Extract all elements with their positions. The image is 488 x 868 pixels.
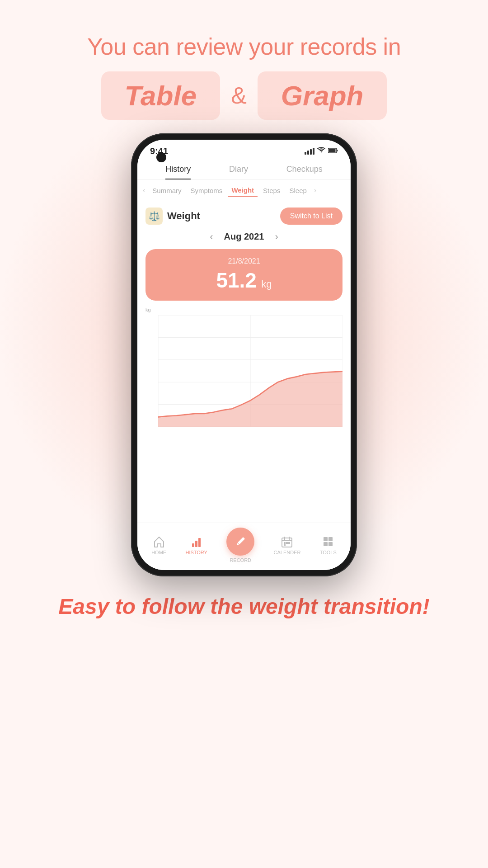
tab-diary[interactable]: Diary (229, 165, 248, 179)
svg-rect-2 (329, 149, 336, 152)
calendar-icon (281, 535, 293, 548)
top-tagline: You can review your records in (87, 32, 401, 62)
weight-title-group: ⚖️ Weight (145, 208, 200, 225)
svg-rect-31 (328, 537, 333, 541)
prev-month-arrow[interactable]: ‹ (210, 231, 213, 243)
bottom-nav: HOME HISTORY (137, 523, 351, 570)
svg-rect-26 (284, 542, 286, 544)
sub-tab-steps[interactable]: Steps (259, 185, 284, 196)
month-nav: ‹ Aug 2021 › (145, 231, 343, 243)
svg-rect-19 (192, 543, 194, 547)
nav-label-record: RECORD (230, 557, 251, 563)
date-card-unit: kg (261, 278, 272, 290)
month-label: Aug 2021 (224, 231, 264, 242)
record-icon (234, 535, 247, 548)
weight-header: ⚖️ Weight Switch to List (145, 208, 343, 225)
nav-item-calendar[interactable]: CALENDER (274, 535, 301, 555)
phone-screen: 9:41 (137, 140, 351, 570)
home-icon (153, 535, 165, 548)
camera-notch (156, 152, 166, 162)
sub-tab-right-arrow[interactable]: › (312, 186, 318, 194)
sub-tab-sleep[interactable]: Sleep (286, 185, 310, 196)
switch-to-list-button[interactable]: Switch to List (280, 208, 343, 225)
nav-label-history: HISTORY (185, 550, 207, 555)
sub-tab-weight[interactable]: Weight (228, 184, 258, 197)
phone-mockup: 9:41 (131, 133, 357, 576)
date-card-weight-row: 51.2 kg (155, 268, 333, 292)
date-card-weight: 51.2 (216, 269, 257, 292)
tools-icon (322, 535, 334, 548)
date-card: 21/8/2021 51.2 kg (145, 249, 343, 301)
svg-rect-27 (286, 542, 288, 544)
svg-rect-28 (288, 542, 290, 544)
tab-checkups[interactable]: Checkups (286, 165, 323, 179)
screen-content: ⚖️ Weight Switch to List ‹ Aug 2021 › 21… (137, 201, 351, 523)
svg-rect-33 (328, 542, 333, 546)
svg-rect-30 (324, 537, 328, 541)
next-month-arrow[interactable]: › (275, 231, 278, 243)
svg-rect-29 (284, 544, 286, 546)
history-icon (190, 535, 203, 548)
weight-icon: ⚖️ (145, 208, 163, 225)
svg-rect-32 (324, 542, 328, 546)
main-tabs: History Diary Checkups (137, 160, 351, 180)
sub-tab-summary[interactable]: Summary (149, 185, 185, 196)
svg-rect-21 (198, 538, 201, 547)
date-card-date: 21/8/2021 (155, 257, 333, 265)
tab-history[interactable]: History (165, 165, 191, 179)
sub-tab-left-arrow[interactable]: ‹ (141, 186, 147, 194)
wifi-icon (317, 147, 325, 155)
nav-item-history[interactable]: HISTORY (185, 535, 207, 555)
signal-icon (305, 148, 314, 155)
weight-chart: kg (145, 307, 343, 516)
nav-item-tools[interactable]: TOOLS (320, 535, 337, 555)
chart-svg: 51.5 51.0 50.5 50.0 1/8 15 31 (158, 315, 343, 427)
bottom-tagline: Easy to follow the weight transition! (58, 593, 429, 621)
weight-title: Weight (167, 210, 200, 222)
nav-label-home: HOME (151, 550, 166, 555)
svg-rect-1 (337, 150, 338, 151)
nav-item-home[interactable]: HOME (151, 535, 166, 555)
sub-tabs: ‹ Summary Symptoms Weight Steps Sleep › (137, 180, 351, 201)
record-circle (226, 528, 254, 556)
sub-tab-symptoms[interactable]: Symptoms (187, 185, 226, 196)
status-bar: 9:41 (137, 140, 351, 160)
nav-label-tools: TOOLS (320, 550, 337, 555)
nav-item-record[interactable]: RECORD (226, 528, 254, 563)
battery-icon (328, 147, 338, 155)
status-icons (305, 147, 338, 155)
nav-label-calendar: CALENDER (274, 550, 301, 555)
svg-rect-20 (195, 541, 197, 547)
chart-y-axis-label: kg (145, 307, 151, 312)
